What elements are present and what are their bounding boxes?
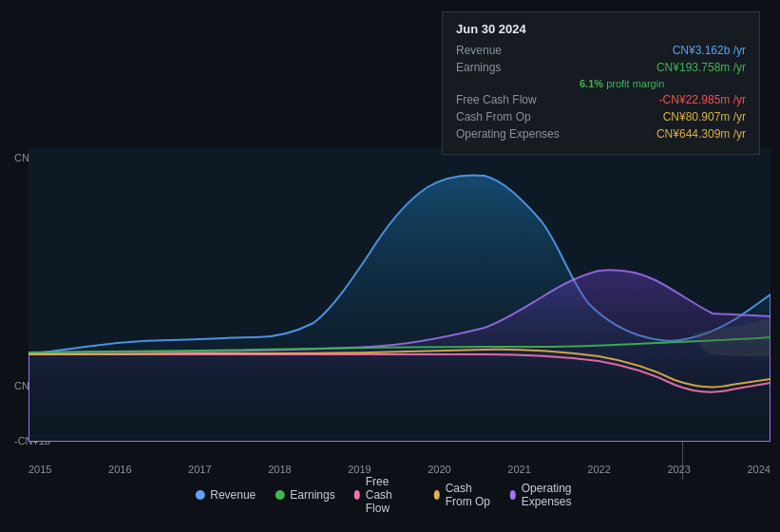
tooltip-date: Jun 30 2024 [456,22,746,36]
chart-container: Jun 30 2024 Revenue CN¥3.162b /yr Earnin… [0,0,780,532]
legend-revenue[interactable]: Revenue [195,488,256,502]
profit-margin-label: profit margin [606,78,664,89]
tooltip-label-op-expenses: Operating Expenses [456,127,580,141]
tooltip-value-free-cash: -CN¥22.985m /yr [659,93,746,106]
legend-dot-earnings [275,490,284,500]
x-label-2022: 2022 [587,464,610,475]
legend-label-free-cash-flow: Free Cash Flow [366,475,415,515]
tooltip-value-revenue: CN¥3.162b /yr [673,44,746,57]
tooltip-box: Jun 30 2024 Revenue CN¥3.162b /yr Earnin… [442,11,760,155]
legend-label-earnings: Earnings [290,488,334,502]
tooltip-value-earnings: CN¥193.758m /yr [656,61,746,74]
tooltip-row-earnings: Earnings CN¥193.758m /yr [456,61,746,74]
legend-label-op-expenses: Operating Expenses [522,482,585,508]
legend-cash-from-op[interactable]: Cash From Op [434,482,491,508]
legend-dot-op-expenses [510,490,516,500]
tooltip-value-cash-from-op: CN¥80.907m /yr [663,110,746,124]
x-label-2017: 2017 [188,464,211,475]
tooltip-row-revenue: Revenue CN¥3.162b /yr [456,44,746,57]
x-label-2015: 2015 [29,464,51,475]
legend: Revenue Earnings Free Cash Flow Cash Fro… [195,475,585,515]
tooltip-label-free-cash: Free Cash Flow [456,93,580,106]
tooltip-row-op-expenses: Operating Expenses CN¥644.309m /yr [456,127,746,141]
legend-label-cash-from-op: Cash From Op [446,482,491,508]
tooltip-label-earnings: Earnings [456,61,580,74]
profit-margin-value: 6.1% [580,78,603,89]
legend-earnings[interactable]: Earnings [275,488,334,502]
tooltip-value-op-expenses: CN¥644.309m /yr [656,127,746,141]
tooltip-row-cash-from-op: Cash From Op CN¥80.907m /yr [456,110,746,124]
x-label-2024: 2024 [747,464,770,475]
x-label-2023: 2023 [667,464,690,475]
x-label-2019: 2019 [348,464,371,475]
legend-op-expenses[interactable]: Operating Expenses [510,482,585,508]
tooltip-label-cash-from-op: Cash From Op [456,110,580,124]
tooltip-label-revenue: Revenue [456,44,580,57]
legend-dot-free-cash-flow [354,490,360,500]
legend-label-revenue: Revenue [210,488,256,502]
x-label-2021: 2021 [507,464,530,475]
chart-svg [29,147,770,442]
x-label-2018: 2018 [268,464,291,475]
x-labels: 2015 2016 2017 2018 2019 2020 2021 2022 … [29,464,770,475]
tooltip-row-free-cash: Free Cash Flow -CN¥22.985m /yr [456,93,746,106]
x-label-2016: 2016 [108,464,131,475]
legend-free-cash-flow[interactable]: Free Cash Flow [354,475,415,515]
legend-dot-revenue [195,490,204,500]
x-label-2020: 2020 [428,464,450,475]
profit-margin-row: 6.1% profit margin [580,78,746,89]
legend-dot-cash-from-op [434,490,440,500]
